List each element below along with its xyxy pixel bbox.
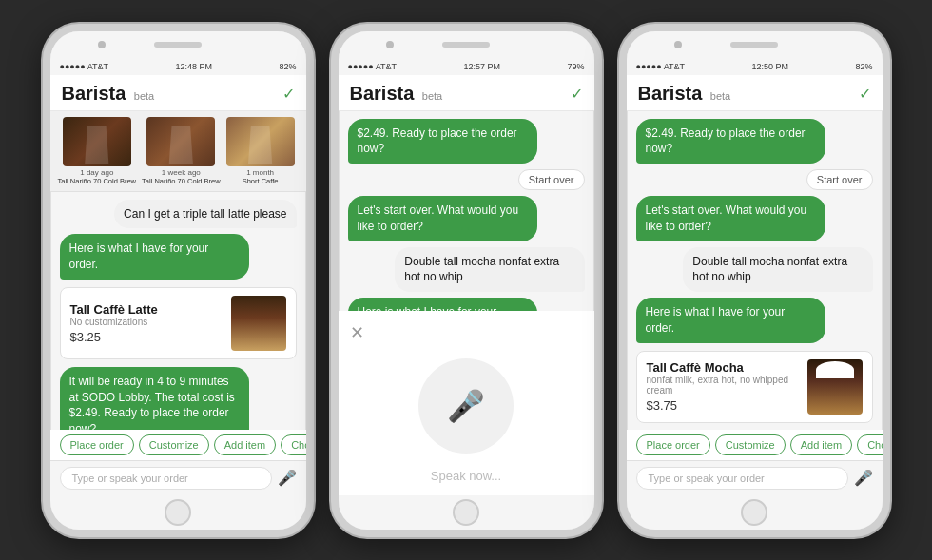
order-img-3 (226, 117, 295, 166)
home-button-1[interactable] (50, 495, 306, 530)
order-card-detail-3: nonfat milk, extra hot, no whipped cream (647, 375, 800, 396)
voice-circle-2: 🎤 (418, 358, 514, 454)
battery-2: 79% (567, 62, 584, 71)
speaker-2 (442, 42, 490, 48)
home-circle-1 (165, 499, 191, 526)
status-left-1: ●●●●● AT&T (60, 62, 109, 71)
camera-2 (386, 41, 394, 48)
home-button-2[interactable] (339, 495, 594, 530)
recent-order-3[interactable]: 1 month Short Caffe (226, 117, 295, 185)
chevron-1[interactable]: ✓ (282, 85, 295, 103)
camera-1 (98, 41, 106, 48)
bot-msg-1: Here is what I have for your order. (60, 234, 249, 280)
order-card-price-1: $3.25 (70, 330, 223, 344)
recent-order-2[interactable]: 1 week ago Tall Nariño 70 Cold Brew (142, 117, 221, 185)
drink-visual-1 (231, 296, 286, 351)
bot-msg-top-2: $2.49. Ready to place the order now? (348, 119, 537, 164)
order-card-3: Tall Caffè Mocha nonfat milk, extra hot,… (636, 351, 873, 423)
app-beta-1: beta (134, 90, 154, 102)
status-bar-3: ●●●●● AT&T 12:50 PM 82% (627, 58, 883, 75)
chevron-3[interactable]: ✓ (859, 85, 871, 103)
add-item-btn-3[interactable]: Add item (790, 434, 852, 455)
order-card-price-3: $3.75 (647, 398, 800, 413)
order-card-img-3 (807, 359, 863, 415)
status-bar-2: ●●●●● AT&T 12:57 PM 79% (339, 58, 594, 75)
user-msg-1: Can I get a triple tall latte please (114, 200, 296, 229)
more-btn-1[interactable]: Cho (281, 434, 305, 455)
order-name-2: Tall Nariño 70 Cold Brew (142, 177, 221, 185)
app-header-3: Barista beta ✓ (627, 75, 883, 111)
time-2: 12:57 PM (463, 62, 500, 71)
recent-order-1[interactable]: 1 day ago Tall Nariño 70 Cold Brew (58, 117, 137, 185)
carrier-3: ●●●●● AT&T (636, 62, 686, 71)
carrier-2: ●●●●● AT&T (348, 62, 398, 71)
battery-3: 82% (855, 62, 872, 71)
action-buttons-1: Place order Customize Add item Cho (50, 430, 306, 460)
order-card-info-3: Tall Caffè Mocha nonfat milk, extra hot,… (647, 360, 800, 413)
order-card-img-1 (231, 296, 286, 351)
add-item-btn-1[interactable]: Add item (214, 434, 276, 455)
time-1: 12:48 PM (175, 62, 212, 71)
user-msg-2: Double tall mocha nonfat extra hot no wh… (395, 247, 584, 293)
order-card-info-1: Tall Caffè Latte No customizations $3.25 (70, 302, 223, 344)
input-field-3[interactable]: Type or speak your order (636, 467, 848, 490)
status-right-1: 82% (279, 62, 296, 71)
input-area-3: Type or speak your order 🎤 (627, 460, 883, 495)
phone-2: ●●●●● AT&T 12:57 PM 79% Barista beta ✓ $… (331, 24, 602, 537)
time-3: 12:50 PM (751, 62, 788, 71)
camera-3 (674, 41, 682, 48)
place-order-btn-1[interactable]: Place order (60, 434, 134, 455)
input-area-1: Type or speak your order 🎤 (50, 460, 306, 495)
bot-lets-start-3: Let's start over. What would you like to… (636, 196, 825, 241)
home-circle-2 (453, 499, 479, 526)
carrier-1: ●●●●● AT&T (60, 62, 109, 71)
app-header-1: Barista beta ✓ (50, 75, 306, 111)
phone-3: ●●●●● AT&T 12:50 PM 82% Barista beta ✓ $… (619, 24, 890, 537)
bot-lets-start-2: Let's start over. What would you like to… (348, 196, 537, 241)
phones-container: ●●●●● AT&T 12:48 PM 82% Barista beta ✓ 1… (33, 14, 900, 547)
app-title-area-2: Barista beta (350, 83, 443, 105)
bot-msg-2: Here is what I have for your order. (348, 298, 537, 310)
app-beta-2: beta (422, 90, 442, 102)
app-title-area-1: Barista beta (62, 83, 155, 105)
mic-icon-1[interactable]: 🎤 (278, 469, 297, 487)
drink-visual-3 (807, 359, 863, 415)
phone-top-bar-3 (627, 31, 883, 58)
app-title-area-3: Barista beta (638, 83, 731, 105)
order-time-3: 1 month (246, 168, 274, 177)
mic-icon-3[interactable]: 🎤 (854, 469, 873, 487)
customize-btn-3[interactable]: Customize (715, 434, 786, 455)
speaker-3 (730, 42, 778, 48)
phone-1: ●●●●● AT&T 12:48 PM 82% Barista beta ✓ 1… (43, 24, 314, 537)
battery-1: 82% (279, 62, 296, 71)
chevron-2[interactable]: ✓ (571, 85, 583, 103)
customize-btn-1[interactable]: Customize (139, 434, 209, 455)
place-order-btn-3[interactable]: Place order (636, 434, 710, 455)
app-title-1: Barista (62, 83, 126, 104)
input-field-1[interactable]: Type or speak your order (60, 467, 272, 490)
home-button-3[interactable] (627, 495, 883, 530)
order-name-1: Tall Nariño 70 Cold Brew (58, 177, 137, 185)
phone-top-bar-1 (50, 31, 306, 58)
order-card-detail-1: No customizations (70, 317, 223, 327)
order-name-3: Short Caffe (243, 177, 279, 185)
close-voice-btn[interactable]: ✕ (350, 322, 364, 343)
messages-3: $2.49. Ready to place the order now? Sta… (627, 111, 883, 430)
start-over-btn-2[interactable]: Start over (518, 169, 585, 190)
status-bar-1: ●●●●● AT&T 12:48 PM 82% (50, 58, 306, 75)
order-card-name-1: Tall Caffè Latte (70, 302, 223, 317)
user-msg-3: Double tall mocha nonfat extra hot no wh… (683, 247, 872, 293)
voice-mic-icon: 🎤 (447, 388, 485, 424)
app-header-2: Barista beta ✓ (339, 75, 594, 111)
bot-msg-top-3: $2.49. Ready to place the order now? (636, 119, 825, 164)
order-card-1: Tall Caffè Latte No customizations $3.25 (60, 287, 297, 359)
app-beta-3: beta (710, 90, 730, 102)
speaker-1 (154, 42, 202, 48)
order-time-2: 1 week ago (162, 168, 201, 177)
order-card-name-3: Tall Caffè Mocha (647, 360, 800, 375)
home-circle-3 (741, 499, 767, 526)
more-btn-3[interactable]: Cho (857, 434, 882, 455)
messages-2: $2.49. Ready to place the order now? Sta… (339, 111, 594, 311)
start-over-btn-3[interactable]: Start over (806, 169, 873, 190)
phone-top-bar-2 (339, 31, 594, 58)
